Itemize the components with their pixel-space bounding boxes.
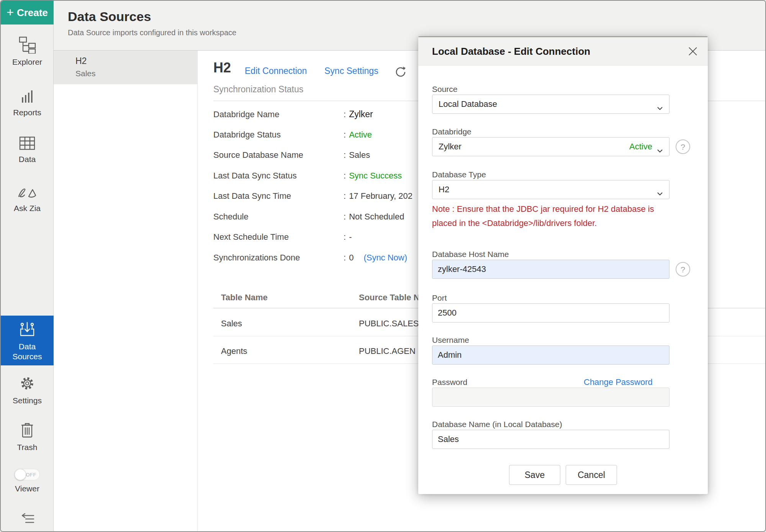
sync-now-link[interactable]: (Sync Now)	[363, 253, 407, 262]
bar-chart-icon	[19, 87, 36, 106]
save-button[interactable]: Save	[509, 465, 560, 485]
info-row-schedule: Schedule:Not Scheduled	[213, 212, 404, 223]
syncs-done-value: 0	[349, 253, 354, 262]
sidebar-item-explorer[interactable]: Explorer	[1, 36, 54, 67]
port-label: Port	[432, 293, 447, 303]
cancel-button[interactable]: Cancel	[566, 465, 617, 485]
password-label: Password	[432, 378, 467, 387]
sync-settings-link[interactable]: Sync Settings	[324, 66, 378, 76]
viewer-toggle[interactable]: OFF	[15, 469, 40, 480]
refresh-icon[interactable]	[394, 65, 408, 80]
chevron-down-icon	[657, 145, 663, 155]
trash-label: Trash	[1, 443, 54, 452]
page-subtitle: Data Source imports configured in this w…	[68, 28, 236, 37]
sidebar-item-settings[interactable]: Settings	[1, 375, 54, 405]
databridge-status-value: Active	[349, 130, 372, 139]
toggle-state-label: OFF	[26, 472, 37, 478]
collapse-menu-icon	[19, 512, 35, 526]
data-sources-label: Data Sources	[8, 342, 46, 362]
info-row-last-sync-time: Last Data Sync Time:17 February, 202	[213, 191, 412, 203]
source-workspace: Sales	[75, 69, 96, 78]
create-button[interactable]: + Create	[1, 1, 54, 25]
reports-label: Reports	[1, 108, 54, 117]
toggle-knob-icon	[15, 469, 26, 480]
settings-label: Settings	[1, 396, 54, 405]
databridge-name-value: Zylker	[349, 109, 373, 119]
detail-title: H2	[213, 60, 231, 76]
source-name: H2	[75, 56, 87, 66]
info-row-databridge-status: Databridge Status:Active	[213, 130, 372, 141]
create-label: Create	[17, 7, 48, 19]
sync-status-section-title: Synchronization Status	[213, 84, 303, 95]
table-row-agents-name[interactable]: Agents	[221, 346, 247, 356]
database-name-label: Database Name (in Local Database)	[432, 420, 562, 429]
viewer-label: Viewer	[1, 484, 54, 493]
modal-buttons: Save Cancel	[418, 465, 708, 485]
edit-connection-modal: Local Database - Edit Connection Source …	[418, 36, 708, 494]
gear-icon	[18, 375, 36, 394]
zia-icon	[17, 186, 37, 201]
last-sync-status-value: Sync Success	[349, 171, 402, 180]
last-sync-time-value: 17 February, 202	[349, 191, 412, 201]
data-label: Data	[1, 155, 54, 164]
next-schedule-value: -	[349, 232, 352, 242]
database-type-select[interactable]: H2	[432, 180, 669, 199]
source-select[interactable]: Local Database	[432, 95, 669, 114]
host-help-icon[interactable]: ?	[676, 262, 690, 277]
chevron-down-icon	[657, 103, 663, 113]
schedule-value: Not Scheduled	[349, 212, 404, 221]
sidebar-item-data[interactable]: Data	[1, 136, 54, 164]
edit-connection-link[interactable]: Edit Connection	[245, 66, 307, 76]
host-name-label: Database Host Name	[432, 250, 509, 259]
trash-icon	[19, 421, 35, 440]
data-sources-icon	[18, 321, 36, 340]
database-type-label: Database Type	[432, 170, 486, 179]
sidebar-collapse-button[interactable]	[1, 512, 54, 526]
database-name-input[interactable]	[432, 430, 669, 449]
sidebar-item-trash[interactable]: Trash	[1, 421, 54, 452]
jdbc-note: Note : Ensure that the JDBC jar required…	[432, 202, 673, 230]
chevron-down-icon	[657, 188, 663, 198]
source-select-label: Source	[432, 85, 458, 94]
username-input[interactable]	[432, 345, 669, 365]
explorer-label: Explorer	[1, 57, 54, 67]
table-row-sales-name[interactable]: Sales	[221, 319, 242, 329]
change-password-link[interactable]: Change Password	[584, 377, 653, 387]
viewer-toggle-group: OFF Viewer	[1, 469, 54, 493]
modal-title: Local Database - Edit Connection	[432, 37, 590, 65]
modal-header: Local Database - Edit Connection	[418, 37, 708, 65]
password-input[interactable]	[432, 388, 669, 407]
info-row-next-schedule: Next Schedule Time:-	[213, 232, 352, 244]
source-list-item-h2[interactable]: H2 Sales	[54, 51, 197, 84]
info-row-syncs-done: Synchronizations Done:0(Sync Now)	[213, 253, 407, 264]
info-row-databridge-name: Databridge Name:Zylker	[213, 109, 373, 121]
info-row-source-database: Source Database Name:Sales	[213, 150, 370, 162]
sidebar-item-ask-zia[interactable]: Ask Zia	[1, 186, 54, 213]
sidebar-item-reports[interactable]: Reports	[1, 87, 54, 117]
databridge-select-label: Databridge	[432, 127, 471, 136]
databridge-help-icon[interactable]: ?	[676, 139, 690, 154]
close-icon[interactable]	[687, 46, 699, 59]
username-label: Username	[432, 336, 469, 345]
table-row-sales-source: PUBLIC.SALES	[359, 319, 419, 329]
app-window: + Create Explorer Reports	[0, 0, 766, 532]
source-database-value: Sales	[349, 150, 370, 160]
table-icon	[18, 136, 36, 152]
table-row-agents-source: PUBLIC.AGEN	[359, 346, 416, 356]
sidebar: + Create Explorer Reports	[1, 1, 54, 531]
source-list-panel: H2 Sales	[54, 51, 198, 531]
sidebar-item-data-sources[interactable]: Data Sources	[1, 316, 54, 365]
databridge-select[interactable]: Zylker Active	[432, 137, 669, 156]
host-name-input[interactable]	[432, 260, 669, 279]
ask-zia-label: Ask Zia	[1, 204, 54, 213]
info-row-last-sync-status: Last Data Sync Status:Sync Success	[213, 171, 402, 182]
table-header-source: Source Table N	[359, 293, 420, 303]
plus-icon: +	[7, 6, 14, 18]
port-input[interactable]	[432, 303, 669, 322]
page-title: Data Sources	[68, 9, 151, 24]
table-header-name: Table Name	[221, 293, 268, 303]
explorer-icon	[18, 36, 36, 55]
